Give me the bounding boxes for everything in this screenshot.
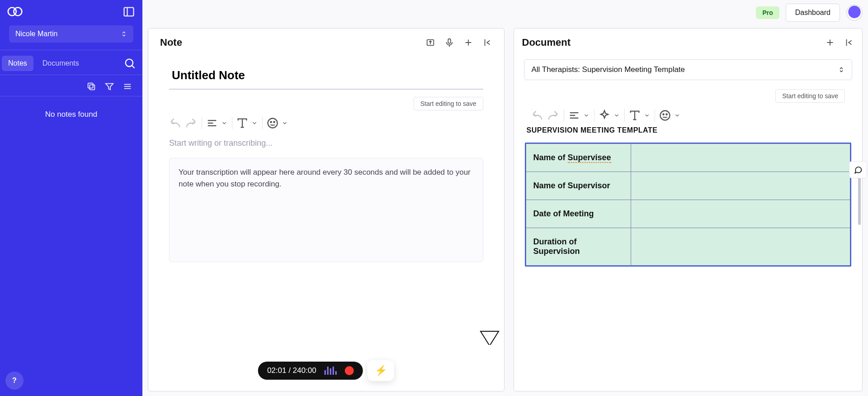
cell-label-suffix: Supervisee: [568, 153, 611, 163]
table-row: Date of Meeting: [526, 200, 850, 228]
note-panel-title: Note: [160, 37, 182, 48]
svg-point-36: [660, 111, 670, 120]
svg-rect-2: [124, 8, 134, 16]
svg-point-26: [274, 122, 274, 123]
note-title-input[interactable]: [169, 56, 483, 90]
cell-value[interactable]: [631, 172, 850, 200]
lightning-icon: ⚡: [375, 365, 387, 376]
dashboard-button[interactable]: Dashboard: [786, 4, 840, 22]
cell-label: Name of: [533, 153, 568, 162]
svg-point-4: [126, 59, 133, 67]
audio-level-icon: [325, 367, 337, 375]
chevron-down-icon[interactable]: [644, 112, 650, 119]
svg-point-1: [14, 8, 22, 16]
note-save-status: Start editing to save: [414, 97, 483, 110]
ai-sparkle-icon[interactable]: [598, 109, 611, 122]
empty-notes-message: No notes found: [0, 96, 142, 119]
record-stop-button[interactable]: [345, 366, 354, 375]
add-document-icon[interactable]: [825, 38, 835, 48]
align-icon[interactable]: [568, 109, 580, 122]
svg-line-5: [132, 66, 134, 68]
sidebar-tabs: Notes Documents: [2, 56, 85, 71]
undo-icon: [169, 117, 182, 129]
template-selected-label: All Therapists: Supervision Meeting Temp…: [532, 65, 685, 74]
document-body[interactable]: Name of Supervisee Name of Supervisor Da…: [522, 143, 854, 267]
chevron-updown-icon: [121, 31, 127, 37]
cell-label: Duration of Supervision: [526, 228, 631, 266]
redo-icon: [547, 109, 559, 122]
table-row: Name of Supervisor: [526, 172, 850, 200]
note-toolbar: [160, 114, 492, 132]
sidebar: Nicole Martin Notes Documents No notes f…: [0, 0, 142, 396]
user-name: Nicole Martin: [15, 30, 57, 38]
svg-rect-14: [448, 39, 451, 43]
undo-icon: [531, 109, 544, 122]
svg-point-38: [666, 114, 667, 115]
sidebar-toggle-icon[interactable]: [123, 5, 135, 18]
duplicate-icon[interactable]: [86, 81, 96, 91]
note-body-placeholder[interactable]: Start writing or transcribing...: [169, 136, 483, 154]
help-button[interactable]: ?: [5, 372, 24, 390]
svg-marker-8: [106, 84, 113, 90]
document-panel-title: Document: [522, 37, 571, 48]
chevron-down-icon[interactable]: [282, 120, 288, 126]
search-icon[interactable]: [123, 57, 136, 70]
insert-icon[interactable]: [266, 117, 279, 129]
svg-point-25: [270, 122, 271, 123]
svg-rect-7: [88, 83, 93, 88]
app-logo: [7, 5, 24, 18]
chevron-down-icon[interactable]: [674, 112, 680, 119]
cell-label: Date of Meeting: [526, 200, 631, 228]
pro-badge: Pro: [756, 6, 779, 19]
more-icon[interactable]: [123, 81, 132, 91]
note-panel: Note Start editing to save: [148, 28, 505, 391]
cell-value[interactable]: [631, 200, 850, 228]
document-save-status: Start editing to save: [775, 89, 845, 103]
comment-button[interactable]: [849, 161, 867, 178]
chevron-down-icon[interactable]: [613, 112, 620, 119]
cell-value[interactable]: [631, 228, 850, 266]
scrollbar[interactable]: [858, 171, 861, 225]
svg-rect-6: [90, 85, 94, 90]
table-row: Duration of Supervision: [526, 228, 850, 266]
document-toolbar: [522, 106, 854, 124]
text-style-icon[interactable]: [628, 109, 641, 122]
add-icon[interactable]: [463, 38, 473, 48]
redo-icon: [184, 117, 197, 129]
table-row: Name of Supervisee: [526, 144, 850, 172]
tab-notes[interactable]: Notes: [2, 56, 33, 71]
document-heading: SUPERVISION MEETING TEMPLATE: [522, 124, 854, 143]
top-bar: Pro Dashboard: [756, 4, 863, 22]
supervision-table: Name of Supervisee Name of Supervisor Da…: [526, 143, 851, 266]
svg-point-24: [268, 119, 278, 128]
collapse-left-icon[interactable]: [844, 38, 854, 48]
align-icon[interactable]: [206, 117, 218, 129]
quick-action-button[interactable]: ⚡: [368, 360, 394, 381]
svg-point-37: [663, 114, 664, 115]
document-panel: Document All Therapists: Supervision Mee…: [514, 28, 863, 391]
recorder-bar: 02:01 / 240:00: [258, 362, 363, 380]
text-style-icon[interactable]: [236, 117, 249, 129]
cell-value[interactable]: [631, 144, 850, 172]
chevron-down-icon[interactable]: [221, 120, 227, 126]
collapse-left-icon[interactable]: [482, 38, 492, 48]
chevron-down-icon[interactable]: [583, 112, 590, 119]
export-icon[interactable]: [425, 38, 435, 48]
template-selector[interactable]: All Therapists: Supervision Meeting Temp…: [524, 59, 853, 80]
svg-marker-27: [481, 331, 499, 345]
microphone-icon[interactable]: [444, 38, 454, 48]
transcription-box: Your transcription will appear here arou…: [169, 158, 483, 262]
cell-label: Name of Supervisor: [526, 172, 631, 200]
filter-icon[interactable]: [104, 81, 114, 91]
chevron-down-icon[interactable]: [251, 120, 258, 126]
avatar[interactable]: [846, 5, 863, 21]
insert-icon[interactable]: [659, 109, 671, 122]
user-selector[interactable]: Nicole Martin: [9, 25, 133, 43]
chevron-updown-icon: [838, 67, 844, 73]
recorder-time: 02:01 / 240:00: [267, 366, 316, 375]
tab-documents[interactable]: Documents: [36, 56, 85, 71]
